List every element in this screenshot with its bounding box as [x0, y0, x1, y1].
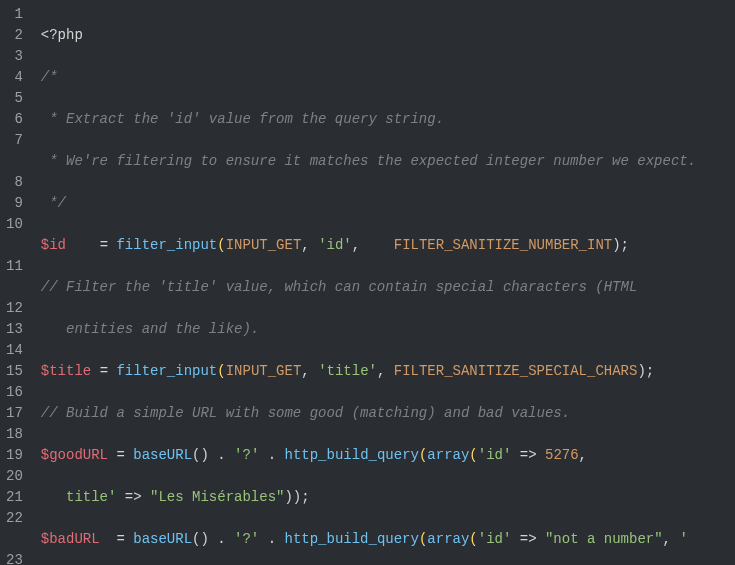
code-line: $title = filter_input(INPUT_GET, 'title'…: [41, 361, 727, 382]
line-number: 13: [6, 319, 23, 340]
line-number: [6, 235, 23, 256]
line-number: 21: [6, 487, 23, 508]
line-number: 16: [6, 382, 23, 403]
code-line: */: [41, 193, 727, 214]
line-number: 23: [6, 550, 23, 565]
line-number: 14: [6, 340, 23, 361]
line-number: 5: [6, 88, 23, 109]
code-line: * Extract the 'id' value from the query …: [41, 109, 727, 130]
code-line: $badURL = baseURL() . '?' . http_build_q…: [41, 529, 727, 550]
line-number: 1: [6, 4, 23, 25]
code-line: /*: [41, 67, 727, 88]
line-number: [6, 151, 23, 172]
code-line: title' => "Les Misérables"));: [41, 487, 727, 508]
line-number: 6: [6, 109, 23, 130]
line-number: [6, 277, 23, 298]
line-number: 17: [6, 403, 23, 424]
line-number: 8: [6, 172, 23, 193]
line-number: 11: [6, 256, 23, 277]
line-number: 3: [6, 46, 23, 67]
line-number: 19: [6, 445, 23, 466]
line-number-gutter: 1 2 3 4 5 6 7 8 9 10 11 12 13 14 15 16 1…: [0, 0, 33, 565]
line-number: 12: [6, 298, 23, 319]
code-line: $goodURL = baseURL() . '?' . http_build_…: [41, 445, 727, 466]
line-number: 4: [6, 67, 23, 88]
code-line: * We're filtering to ensure it matches t…: [41, 151, 727, 172]
line-number: [6, 529, 23, 550]
code-editor: 1 2 3 4 5 6 7 8 9 10 11 12 13 14 15 16 1…: [0, 0, 735, 565]
line-number: 22: [6, 508, 23, 529]
code-line: // Build a simple URL with some good (ma…: [41, 403, 727, 424]
code-area[interactable]: <?php /* * Extract the 'id' value from t…: [33, 0, 735, 565]
line-number: 15: [6, 361, 23, 382]
line-number: 10: [6, 214, 23, 235]
line-number: 9: [6, 193, 23, 214]
code-line: // Filter the 'title' value, which can c…: [41, 277, 727, 298]
line-number: 2: [6, 25, 23, 46]
line-number: 20: [6, 466, 23, 487]
line-number: 18: [6, 424, 23, 445]
code-line: <?php: [41, 25, 727, 46]
code-line: entities and the like).: [41, 319, 727, 340]
line-number: 7: [6, 130, 23, 151]
code-line: $id = filter_input(INPUT_GET, 'id', FILT…: [41, 235, 727, 256]
